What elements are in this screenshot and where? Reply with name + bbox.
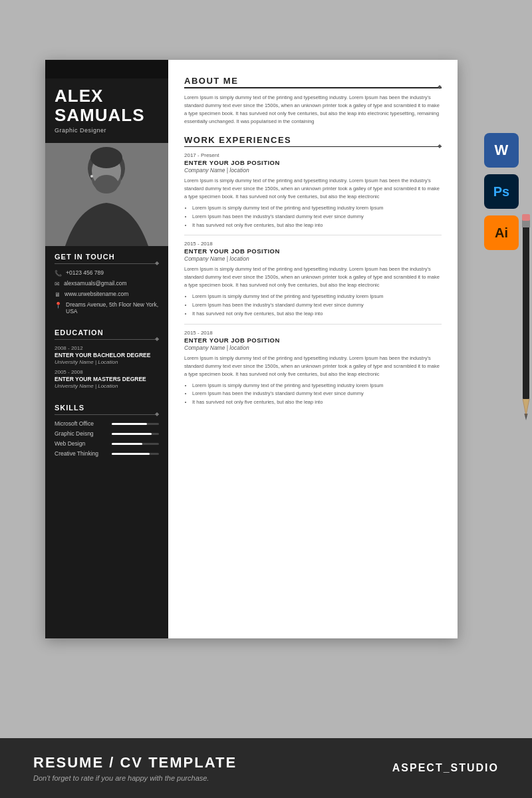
skill-bar-fill [112, 433, 152, 435]
location-icon: 📍 [55, 302, 62, 309]
job-title-text: ENTER YOUR JOB POSITION [184, 159, 442, 166]
job-bullet: Lorem Ipsum is simply dummy text of the … [192, 293, 442, 301]
about-title: ABOUT ME [184, 76, 442, 86]
web-icon: 🖥 [55, 291, 61, 298]
job-company: Company Name | location [184, 167, 442, 174]
job-bullet: Lorem Ipsum has been the industry's stan… [192, 213, 442, 221]
footer-title: RESUME / CV TEMPLATE [33, 754, 237, 771]
skill-label: Graphic Deisng [55, 430, 108, 437]
edu-item-1: 2008 - 2012 ENTER YOUR BACHELOR DEGREE U… [55, 345, 159, 365]
education-divider [55, 339, 159, 340]
job-title-text: ENTER YOUR JOB POSITION [184, 336, 442, 344]
job-year: 2015 - 2018 [184, 330, 442, 336]
email-icon: ✉ [55, 281, 60, 287]
job-item: 2017 - Present ENTER YOUR JOB POSITION C… [184, 152, 442, 235]
skills-title: SKILLS [55, 404, 159, 412]
sidebar-name-area: ALEX SAMUALS Graphic Designer [45, 78, 168, 139]
skill-bar-bg [112, 433, 159, 435]
contact-address: 📍 Dreams Avenue, 5th Floor New York, USA [55, 301, 159, 315]
skill-bar-fill [112, 443, 142, 445]
skill-bar-bg [112, 443, 159, 445]
photoshop-icon: Ps [484, 174, 519, 209]
job-company: Company Name | location [184, 344, 442, 351]
about-section: ABOUT ME Lorem Ipsum is simply dummy tex… [184, 76, 442, 126]
skill-bar-fill [112, 423, 147, 425]
illustrator-icon: Ai [484, 215, 519, 250]
job-bullet: Lorem Ipsum is simply dummy text of the … [192, 204, 442, 213]
last-name: SAMUALS [55, 106, 159, 125]
job-item: 2015 - 2018 ENTER YOUR JOB POSITION Comp… [184, 241, 442, 324]
contact-phone: 📞 +0123 456 789 [55, 269, 159, 277]
skill-label: Creative Thinking [55, 450, 108, 457]
profile-photo [45, 143, 168, 246]
contact-email: ✉ alexsamuals@gmail.com [55, 280, 159, 287]
pencil-decoration [520, 213, 532, 426]
education-section: EDUCATION 2008 - 2012 ENTER YOUR BACHELO… [45, 322, 168, 397]
work-item-divider [184, 324, 442, 325]
sidebar-top-bar [45, 60, 168, 78]
job-bullets-list: Lorem Ipsum is simply dummy text of the … [184, 204, 442, 229]
job-bullets-list: Lorem Ipsum is simply dummy text of the … [184, 293, 442, 318]
about-divider [184, 87, 442, 88]
edu-item-2: 2005 - 2008 ENTER YOUR MASTERS DEGREE Un… [55, 369, 159, 389]
job-bullet: Lorem Ipsum has been the industry's stan… [192, 390, 442, 398]
resume-card: ALEX SAMUALS Graphic Designer [45, 60, 458, 638]
sidebar: ALEX SAMUALS Graphic Designer [45, 60, 168, 638]
job-bullet: Lorem Ipsum is simply dummy text of the … [192, 382, 442, 390]
job-bullet: It has survived not only five centuries,… [192, 398, 442, 407]
footer-left: RESUME / CV TEMPLATE Don't forget to rat… [33, 754, 237, 782]
skill-bar-fill [112, 453, 150, 455]
skill-label: Web Design [55, 440, 108, 447]
skills-divider [55, 414, 159, 415]
work-title: WORK EXPERIENCES [184, 135, 442, 145]
job-item: 2015 - 2018 ENTER YOUR JOB POSITION Comp… [184, 330, 442, 407]
job-bullet: Lorem Ipsum has been the industry's stan… [192, 301, 442, 310]
software-icons: W Ps Ai [484, 133, 519, 250]
contact-divider [55, 263, 159, 264]
job-bullets-list: Lorem Ipsum is simply dummy text of the … [184, 382, 442, 407]
about-text: Lorem Ipsum is simply dummy text of the … [184, 94, 442, 126]
skill-row: Creative Thinking [55, 450, 159, 457]
footer-subtitle: Don't forget to rate if you are happy wi… [33, 774, 237, 782]
skill-label: Microsoft Office [55, 420, 108, 427]
svg-marker-9 [525, 414, 528, 420]
skill-row: Web Design [55, 440, 159, 447]
first-name: ALEX [55, 86, 159, 106]
job-year: 2015 - 2018 [184, 241, 442, 247]
word-icon: W [484, 133, 519, 168]
skills-section: SKILLS Microsoft Office Graphic Deisng W… [45, 397, 168, 464]
bottom-bar: RESUME / CV TEMPLATE Don't forget to rat… [0, 738, 532, 798]
job-title-text: ENTER YOUR JOB POSITION [184, 247, 442, 255]
contact-section: GET IN TOUCH 📞 +0123 456 789 ✉ alexsamua… [45, 246, 168, 322]
job-year: 2017 - Present [184, 152, 442, 158]
contact-website: 🖥 www.urwebsitename.com [55, 291, 159, 298]
svg-rect-11 [522, 214, 530, 221]
work-item-divider [184, 235, 442, 235]
skill-bar-bg [112, 453, 159, 455]
work-divider [184, 146, 442, 148]
job-bullet: It has survived not only five centuries,… [192, 221, 442, 230]
job-company: Company Name | location [184, 255, 442, 262]
skill-row: Microsoft Office [55, 420, 159, 427]
svg-point-5 [94, 175, 118, 194]
work-section: WORK EXPERIENCES 2017 - Present ENTER YO… [184, 135, 442, 407]
skill-row: Graphic Deisng [55, 430, 159, 437]
footer-brand: ASPECT_STUDIO [392, 762, 499, 774]
job-desc: Lorem Ipsum is simply dummy text of the … [184, 354, 442, 378]
skill-bar-bg [112, 423, 159, 425]
phone-icon: 📞 [55, 270, 62, 277]
job-title: Graphic Designer [55, 127, 159, 134]
education-title: EDUCATION [55, 329, 159, 336]
svg-marker-8 [523, 399, 529, 416]
job-bullet: It has survived not only five centuries,… [192, 310, 442, 319]
svg-point-4 [90, 147, 122, 168]
job-desc: Lorem Ipsum is simply dummy text of the … [184, 177, 442, 201]
main-content: ABOUT ME Lorem Ipsum is simply dummy tex… [168, 60, 458, 638]
job-desc: Lorem Ipsum is simply dummy text of the … [184, 265, 442, 289]
svg-point-6 [90, 175, 93, 178]
contact-title: GET IN TOUCH [55, 253, 159, 261]
svg-rect-7 [523, 226, 529, 399]
